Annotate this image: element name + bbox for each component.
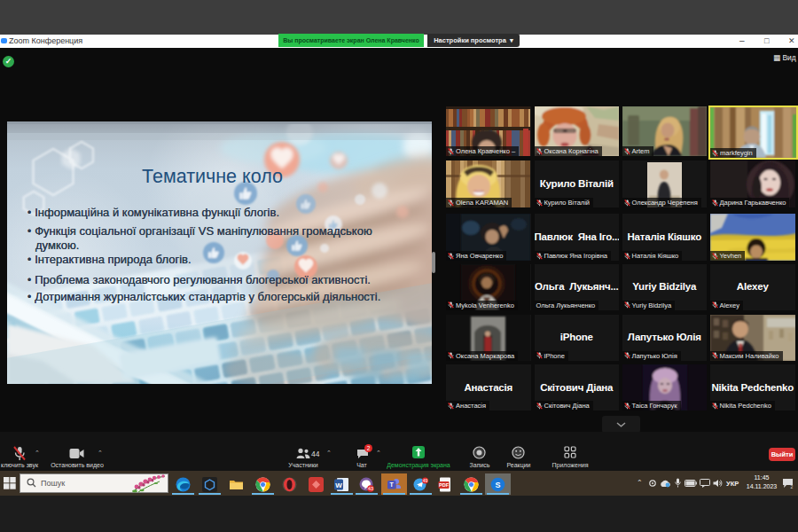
svg-text:S: S xyxy=(495,481,500,489)
svg-text:2: 2 xyxy=(791,484,794,489)
svg-text:49: 49 xyxy=(423,478,428,483)
svg-text:43: 43 xyxy=(368,486,373,491)
svg-text:W: W xyxy=(335,481,342,489)
svg-text:T: T xyxy=(390,481,395,488)
svg-text:PDF: PDF xyxy=(439,482,450,488)
